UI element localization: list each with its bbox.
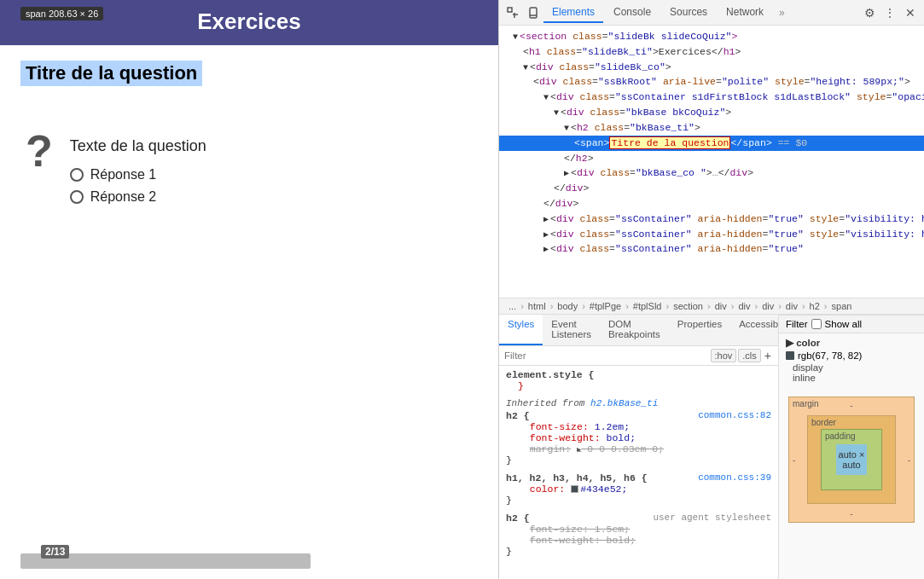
question-text: Texte de la question <box>70 137 206 155</box>
right-filter-label: Filter <box>786 319 808 329</box>
radio-2[interactable] <box>70 190 84 204</box>
dom-line[interactable]: ▼<section class="slideBk slideCoQuiz"> <box>499 29 924 44</box>
devtools-panel: Elements Console Sources Network » ⚙ ⋮ ✕… <box>498 0 924 579</box>
svg-rect-0 <box>508 8 512 12</box>
css-rule-ua: h2 { user agent stylesheet font-size: 1.… <box>506 512 771 557</box>
pagination-bar: 2/13 <box>20 553 311 569</box>
css-close-headings: } <box>506 495 771 506</box>
margin-bottom: - <box>850 509 852 518</box>
webpage-panel: span 208.63 × 26 Exercices Titre de la q… <box>0 0 498 579</box>
cls-filter-btn[interactable]: .cls <box>738 349 761 362</box>
dom-line[interactable]: ▼<div class="bkBase bkCoQuiz"> <box>499 105 924 120</box>
breadcrumb-dots[interactable]: ... <box>506 300 519 312</box>
dom-line[interactable]: </h2> <box>499 151 924 166</box>
box-model: margin - - - - border padding <box>788 397 915 523</box>
dom-line[interactable]: ▼<div class="ssContainer s1dFirstBlock s… <box>499 90 924 105</box>
answer-label-1: Réponse 1 <box>90 167 156 182</box>
answer-option-1: Réponse 1 <box>70 167 206 182</box>
radio-1[interactable] <box>70 168 84 182</box>
dom-line[interactable]: </div> <box>499 196 924 211</box>
css-selector-h2: h2 { common.css:82 <box>506 410 771 421</box>
dom-line[interactable]: <div class="ssBkRoot" aria-live="polite"… <box>499 74 924 90</box>
question-icon: ? <box>26 129 53 173</box>
dom-line[interactable]: ▼<div class="slideBk_co"> <box>499 60 924 75</box>
css-close-h2: } <box>506 455 771 466</box>
breadcrumb-section[interactable]: section <box>671 300 706 312</box>
inherited-link[interactable]: h2.bkBase_ti <box>590 398 658 408</box>
css-file-ref-h2[interactable]: common.css:82 <box>698 410 771 420</box>
css-selector: element.style { <box>506 369 771 380</box>
devtools-toolbar: Elements Console Sources Network » ⚙ ⋮ ✕ <box>499 0 924 26</box>
breadcrumb-tplpge[interactable]: #tplPge <box>587 300 624 312</box>
dom-line[interactable]: <h1 class="slideBk_ti">Exercices</h1> <box>499 44 924 60</box>
color-section-title: ▶ color <box>786 337 917 349</box>
question-body: ? Texte de la question Réponse 1 Réponse… <box>26 137 498 211</box>
css-rule-headings: h1, h2, h3, h4, h5, h6 { common.css:39 c… <box>506 472 771 506</box>
color-bullet <box>786 351 794 360</box>
breadcrumb-tplsld[interactable]: #tplSld <box>631 300 665 312</box>
tab-dom-breakpoints[interactable]: DOM Breakpoints <box>600 315 669 345</box>
page-title: Exercices <box>197 9 300 34</box>
dom-line-selected[interactable]: <span>Titre de la question</span> == $0 <box>499 136 924 151</box>
hover-filter-btn[interactable]: :hov <box>711 349 737 362</box>
tooltip-tag: span <box>26 9 46 19</box>
tab-event-listeners[interactable]: Event Listeners <box>543 315 600 345</box>
display-property: display <box>793 362 823 373</box>
breadcrumb-div2[interactable]: div <box>735 300 753 312</box>
inherited-label: Inherited from h2.bkBase_ti <box>506 398 771 408</box>
tab-sources[interactable]: Sources <box>661 3 716 23</box>
css-prop-ua-font-size: font-size: 1.5em; <box>506 524 771 535</box>
dom-line[interactable]: ▶<div class="ssContainer" aria-hidden="t… <box>499 227 924 242</box>
inspect-element-button[interactable] <box>503 3 523 23</box>
show-all-label: Show all <box>825 319 862 329</box>
pagination-label: 2/13 <box>41 545 69 559</box>
show-all-checkbox[interactable] <box>811 319 822 329</box>
filter-input[interactable] <box>504 350 711 361</box>
svg-rect-3 <box>530 8 537 18</box>
breadcrumb-div4[interactable]: div <box>783 300 800 312</box>
tab-console[interactable]: Console <box>605 3 660 23</box>
css-file-ref-headings[interactable]: common.css:39 <box>698 472 771 483</box>
dom-line[interactable]: ▶<div class="bkBase_co ">…</div> <box>499 165 924 181</box>
tab-styles[interactable]: Styles <box>499 315 543 345</box>
box-content: auto × auto <box>836 444 867 475</box>
box-border-label: border <box>811 418 836 427</box>
dom-line[interactable]: ▶<div class="ssContainer" aria-hidden="t… <box>499 241 924 257</box>
css-prop-color: color: #434e52; <box>506 483 771 495</box>
dom-line[interactable]: </div> <box>499 181 924 196</box>
add-rule-button[interactable]: + <box>763 349 773 362</box>
box-padding-label: padding <box>825 431 856 441</box>
tab-more[interactable]: » <box>774 3 790 22</box>
css-prop-ua-font-weight: font-weight: bold; <box>506 535 771 546</box>
breadcrumb-h2[interactable]: h2 <box>807 300 822 312</box>
breadcrumb-span[interactable]: span <box>829 300 855 312</box>
display-section: display inline <box>786 361 917 385</box>
tooltip-dimensions: 208.63 × 26 <box>49 9 98 19</box>
tab-properties[interactable]: Properties <box>669 315 730 345</box>
styles-left: Styles Event Listeners DOM Breakpoints P… <box>499 315 779 580</box>
styles-right: Filter Show all ▶ color rgb(67, 78, 82) … <box>779 315 924 580</box>
breadcrumb-div1[interactable]: div <box>712 300 729 312</box>
dom-line[interactable]: ▼<h2 class="bkBase_ti"> <box>499 120 924 136</box>
breadcrumb: ... › html › body › #tplPge › #tplSld › … <box>499 298 924 315</box>
breadcrumb-html[interactable]: html <box>526 300 549 312</box>
dom-line[interactable]: ▶<div class="ssContainer" aria-hidden="t… <box>499 211 924 227</box>
margin-left: - <box>793 455 795 464</box>
css-selector-ua: h2 { user agent stylesheet <box>506 512 771 524</box>
element-tooltip: span 208.63 × 26 <box>20 7 103 20</box>
tab-network[interactable]: Network <box>718 3 772 23</box>
color-value-row: rgb(67, 78, 82) <box>786 350 917 361</box>
tab-elements[interactable]: Elements <box>543 3 603 23</box>
margin-top: - <box>850 401 852 410</box>
css-prop-font-weight: font-weight: bold; <box>506 432 771 443</box>
settings-button[interactable]: ⚙ <box>859 3 880 23</box>
close-button[interactable]: ✕ <box>900 3 921 23</box>
css-rule-h2: h2 { common.css:82 font-size: 1.2em; fon… <box>506 410 771 466</box>
breadcrumb-body[interactable]: body <box>555 300 580 312</box>
device-toolbar-button[interactable] <box>523 3 543 23</box>
breadcrumb-div3[interactable]: div <box>759 300 776 312</box>
customize-button[interactable]: ⋮ <box>880 3 900 23</box>
filter-bar: :hov .cls + <box>499 346 778 366</box>
css-rules[interactable]: element.style { } Inherited from h2.bkBa… <box>499 366 778 580</box>
dom-tree[interactable]: ▼<section class="slideBk slideCoQuiz"> <… <box>499 26 924 298</box>
